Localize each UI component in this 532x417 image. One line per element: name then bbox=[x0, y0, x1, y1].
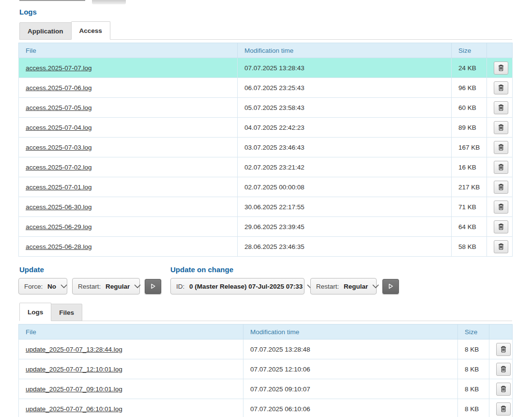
chevron-down-icon bbox=[372, 284, 379, 288]
delete-log-button[interactable] bbox=[494, 81, 508, 94]
update-restart-select[interactable]: Restart: Regular bbox=[72, 278, 140, 294]
release-id-select[interactable]: ID: 0 (Master Release) 07-Jul-2025 07:33 bbox=[170, 278, 304, 294]
modification-time-cell: 02.07.2025 23:21:42 bbox=[238, 157, 452, 177]
update-on-change-section-title: Update on change bbox=[170, 265, 233, 274]
modification-time-cell: 07.07.2025 13:28:43 bbox=[238, 58, 452, 78]
file-link[interactable]: update_2025-07-07_09:10:01.log bbox=[26, 386, 122, 393]
file-link[interactable]: update_2025-07-07_13:28:44.log bbox=[26, 346, 122, 353]
delete-log-button[interactable] bbox=[496, 363, 511, 376]
delete-log-button[interactable] bbox=[494, 201, 508, 214]
modification-time-cell: 07.07.2025 06:10:06 bbox=[243, 399, 458, 417]
file-link[interactable]: access.2025-07-06.log bbox=[26, 84, 92, 92]
table-header-row: File Modification time Size bbox=[19, 43, 513, 58]
trash-icon bbox=[501, 405, 506, 412]
size-cell: 8 KB bbox=[458, 379, 489, 399]
modification-time-cell: 29.06.2025 23:39:45 bbox=[238, 217, 452, 237]
delete-log-button[interactable] bbox=[494, 161, 508, 174]
file-link[interactable]: access.2025-07-02.log bbox=[26, 164, 92, 171]
table-row: update_2025-07-07_12:10:01.log 07.07.202… bbox=[19, 359, 513, 379]
update-on-change-controls: ID: 0 (Master Release) 07-Jul-2025 07:33… bbox=[170, 278, 399, 294]
update-section-title: Update bbox=[19, 265, 170, 274]
logs-section-title: Logs bbox=[19, 8, 512, 16]
trash-icon bbox=[501, 346, 506, 353]
delete-log-button[interactable] bbox=[496, 402, 511, 416]
tab-item[interactable]: Logs bbox=[19, 303, 51, 321]
file-link[interactable]: access.2025-07-07.log bbox=[26, 64, 92, 72]
update-logs-table: File Modification time Size update_2025-… bbox=[18, 324, 513, 417]
trash-icon bbox=[498, 203, 504, 210]
table-row: access.2025-07-01.log 02.07.2025 00:00:0… bbox=[19, 177, 513, 197]
delete-log-button[interactable] bbox=[494, 240, 508, 253]
play-icon bbox=[388, 283, 394, 289]
trash-icon bbox=[498, 104, 504, 111]
restart-select-value: Regular bbox=[344, 283, 368, 290]
file-link[interactable]: access.2025-06-28.log bbox=[26, 243, 92, 250]
update-controls-row: Force: No Restart: Regular bbox=[18, 278, 512, 294]
access-logs-table: File Modification time Size access.2025-… bbox=[18, 43, 513, 257]
size-cell: 16 KB bbox=[452, 157, 487, 177]
force-select[interactable]: Force: No bbox=[18, 278, 67, 294]
page: Logs Application Access File Modificatio… bbox=[0, 0, 532, 417]
trash-icon bbox=[498, 184, 504, 190]
file-link[interactable]: access.2025-06-30.log bbox=[26, 203, 92, 211]
size-cell: 71 KB bbox=[452, 197, 487, 217]
logs-tabbar: Application Access bbox=[19, 21, 512, 40]
trash-icon bbox=[498, 164, 504, 170]
modification-time-cell: 06.07.2025 23:25:43 bbox=[238, 78, 452, 98]
delete-log-button[interactable] bbox=[494, 62, 508, 75]
delete-log-button[interactable] bbox=[496, 383, 511, 396]
force-select-label: Force: bbox=[24, 283, 43, 290]
table-row: update_2025-07-07_06:10:01.log 07.07.202… bbox=[19, 399, 513, 417]
table-row: access.2025-06-28.log 28.06.2025 23:46:3… bbox=[19, 237, 513, 257]
delete-log-button[interactable] bbox=[494, 121, 508, 134]
size-cell: 96 KB bbox=[452, 78, 487, 98]
tab-label: Files bbox=[59, 309, 74, 316]
file-link[interactable]: access.2025-07-04.log bbox=[26, 124, 92, 131]
update-on-change-restart-select[interactable]: Restart: Regular bbox=[310, 278, 377, 294]
restart-select-value: Regular bbox=[106, 283, 130, 290]
trash-icon bbox=[498, 64, 504, 71]
column-header-file: File bbox=[19, 43, 238, 58]
size-cell: 89 KB bbox=[452, 118, 487, 138]
modification-time-cell: 30.06.2025 22:17:55 bbox=[238, 197, 452, 217]
size-cell: 8 KB bbox=[458, 340, 489, 359]
size-cell: 217 KB bbox=[452, 177, 487, 197]
modification-time-cell: 28.06.2025 23:46:35 bbox=[238, 237, 452, 257]
delete-log-button[interactable] bbox=[496, 343, 511, 356]
restart-select-label: Restart: bbox=[316, 283, 339, 290]
id-select-value: 0 (Master Release) 07-Jul-2025 07:33 bbox=[189, 283, 303, 290]
file-link[interactable]: access.2025-07-01.log bbox=[26, 184, 92, 191]
trash-icon bbox=[498, 144, 504, 151]
file-link[interactable]: update_2025-07-07_12:10:01.log bbox=[26, 366, 122, 373]
run-update-button[interactable] bbox=[145, 279, 161, 294]
modification-time-cell: 04.07.2025 22:42:23 bbox=[238, 118, 452, 138]
trash-icon bbox=[501, 386, 506, 392]
delete-log-button[interactable] bbox=[494, 101, 508, 114]
update-controls: Force: No Restart: Regular bbox=[18, 278, 170, 294]
modification-time-cell: 03.07.2025 23:46:43 bbox=[238, 138, 452, 157]
delete-log-button[interactable] bbox=[494, 181, 508, 194]
size-cell: 58 KB bbox=[452, 237, 487, 257]
tab-label: Application bbox=[28, 28, 63, 35]
column-header-actions bbox=[487, 43, 513, 58]
file-link[interactable]: update_2025-07-07_06:10:01.log bbox=[26, 405, 122, 413]
file-link[interactable]: access.2025-06-29.log bbox=[26, 223, 92, 231]
file-link[interactable]: access.2025-07-05.log bbox=[26, 104, 92, 111]
tab-item[interactable]: Files bbox=[51, 304, 82, 321]
size-cell: 8 KB bbox=[458, 359, 489, 379]
tab-item[interactable]: Access bbox=[71, 21, 110, 40]
trash-icon bbox=[498, 124, 504, 131]
tab-label: Logs bbox=[28, 309, 43, 316]
delete-log-button[interactable] bbox=[494, 220, 508, 233]
file-link[interactable]: access.2025-07-03.log bbox=[26, 144, 92, 151]
tab-item[interactable]: Application bbox=[19, 22, 72, 40]
play-icon bbox=[150, 283, 156, 289]
table-row: access.2025-06-30.log 30.06.2025 22:17:5… bbox=[19, 197, 513, 217]
run-update-on-change-button[interactable] bbox=[382, 279, 399, 294]
chevron-down-icon bbox=[134, 284, 141, 288]
update-headings-row: Update Update on change bbox=[19, 265, 512, 274]
delete-log-button[interactable] bbox=[494, 141, 508, 154]
trash-icon bbox=[498, 243, 504, 250]
column-header-size: Size bbox=[458, 324, 489, 340]
table-row: access.2025-07-05.log 05.07.2025 23:58:4… bbox=[19, 98, 513, 118]
